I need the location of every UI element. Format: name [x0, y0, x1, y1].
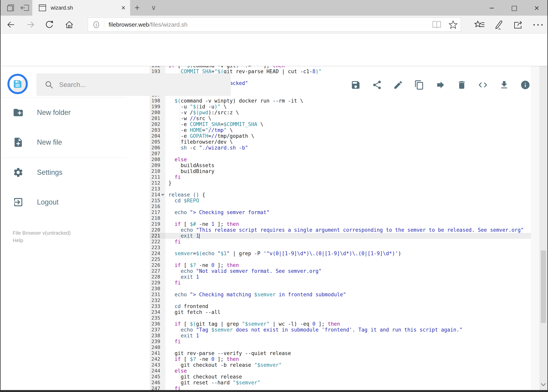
web-note-pen-icon[interactable] — [494, 20, 504, 30]
code-line[interactable]: else — [165, 368, 539, 374]
code-line[interactable]: git reset --hard "$semver" — [165, 380, 539, 385]
indent-guide — [180, 380, 180, 385]
save-button[interactable] — [351, 80, 361, 90]
code-line[interactable]: echo "> Checking semver format" — [165, 210, 539, 215]
site-info-icon[interactable] — [92, 20, 101, 29]
scrollbar-thumb[interactable] — [541, 251, 546, 323]
line-number: 224 — [150, 251, 165, 256]
favorites-hub-icon[interactable] — [474, 20, 485, 29]
code-line[interactable] — [165, 297, 539, 303]
back-button[interactable] — [6, 20, 16, 29]
code-line[interactable]: if [ $? -ne 0 ]; then — [165, 262, 539, 268]
code-line[interactable]: -u "$(id -u)" \ — [165, 104, 539, 110]
filebrowser-logo[interactable] — [7, 74, 28, 94]
page-scrollbar[interactable] — [539, 34, 548, 390]
favorite-star-icon[interactable] — [448, 20, 458, 29]
tab-list-chevron-icon[interactable]: ∨ — [151, 4, 156, 12]
code-line[interactable]: release () { — [165, 192, 539, 198]
code-line[interactable]: if [ $# -ne 1 ]; then — [165, 221, 539, 227]
reading-view-icon[interactable] — [432, 20, 442, 29]
code-line[interactable]: fi — [165, 280, 539, 286]
code-line[interactable]: buildBinary — [165, 168, 539, 174]
sidebar-item-new-file[interactable]: New file — [0, 132, 127, 153]
set-tabs-aside-icon[interactable] — [6, 3, 16, 13]
code-line[interactable]: semver=$(echo "$1" | grep -P '^v(0|[1-9]… — [165, 251, 539, 256]
sidebar-label: New file — [37, 138, 62, 146]
code-area[interactable]: if [ "$(command -v git)" != "" ]; then C… — [165, 66, 539, 390]
code-line[interactable]: if [ $(git tag | grep "$semver" | wc -l)… — [165, 321, 539, 327]
code-line[interactable]: exit 1 — [165, 233, 539, 239]
search-input[interactable] — [59, 81, 216, 89]
maximize-button[interactable]: □ — [503, 0, 526, 16]
download-button[interactable] — [499, 80, 509, 90]
sidebar-item-settings[interactable]: Settings — [0, 162, 127, 183]
home-button[interactable] — [65, 20, 74, 29]
browser-tab[interactable]: wizard.sh × — [32, 0, 130, 16]
code-line[interactable]: else — [165, 157, 539, 162]
code-line[interactable] — [165, 286, 539, 292]
share-icon[interactable] — [513, 20, 523, 30]
code-line[interactable]: fi — [165, 174, 539, 180]
code-line[interactable]: exit 1 — [165, 333, 539, 339]
url-text[interactable]: filebrowser.web/files/wizard.sh — [109, 21, 188, 28]
indent-guide — [180, 104, 180, 110]
search-bar[interactable] — [36, 73, 231, 96]
code-line[interactable] — [165, 315, 539, 321]
code-line[interactable]: buildAssets — [165, 162, 539, 168]
code-line[interactable]: fi — [165, 339, 539, 344]
code-line[interactable]: echo "> Checking matching $semver in fro… — [165, 292, 539, 297]
delete-button[interactable] — [457, 80, 467, 90]
scroll-down-icon[interactable] — [541, 383, 546, 386]
code-line[interactable]: git checkout release — [165, 374, 539, 380]
fold-arrow-icon[interactable] — [161, 194, 165, 196]
code-line[interactable] — [165, 256, 539, 262]
code-line[interactable] — [165, 203, 539, 210]
code-line[interactable]: } — [165, 180, 539, 186]
help-link[interactable]: Help — [13, 237, 23, 244]
code-line[interactable] — [165, 344, 539, 350]
new-tab-button[interactable]: + — [135, 3, 140, 13]
code-line[interactable]: filebrowser/dev \ — [165, 139, 539, 145]
more-options-icon[interactable] — [533, 23, 543, 26]
code-line[interactable]: echo "This release script requires a sin… — [165, 227, 539, 233]
code-line[interactable]: echo "Tag $semver does not exist in subm… — [165, 327, 539, 333]
copy-button[interactable] — [414, 80, 424, 90]
share-file-button[interactable] — [372, 80, 382, 90]
code-line[interactable] — [165, 245, 539, 251]
code-line[interactable]: -v /$(pwd):/src:z \ — [165, 110, 539, 115]
code-line[interactable] — [165, 186, 539, 192]
sidebar-item-logout[interactable]: Logout — [0, 191, 127, 213]
edit-button[interactable] — [393, 80, 403, 90]
code-line[interactable]: -e HOME="//tmp" \ — [165, 127, 539, 133]
refresh-button[interactable] — [45, 20, 54, 29]
code-line[interactable]: -w //src \ — [165, 115, 539, 121]
close-window-button[interactable]: × — [526, 0, 548, 16]
code-line[interactable]: -e COMMIT_SHA=$COMMIT_SHA \ — [165, 121, 539, 127]
forward-button[interactable] — [26, 20, 35, 29]
code-line[interactable]: exit 1 — [165, 274, 539, 280]
code-line[interactable] — [165, 151, 539, 157]
minimize-button[interactable]: − — [480, 0, 503, 16]
code-line[interactable]: git rev-parse --verify --quiet release — [165, 350, 539, 356]
code-line[interactable]: cd frontend — [165, 303, 539, 309]
code-line[interactable]: $(command -v winpty) docker run --rm -it… — [165, 98, 539, 104]
code-view-button[interactable] — [478, 80, 488, 90]
line-number: 239 — [150, 339, 165, 344]
code-line[interactable] — [165, 215, 539, 221]
code-line[interactable]: if [ $? -ne 0 ]; then — [165, 356, 539, 362]
address-bar[interactable]: filebrowser.web/files/wizard.sh — [88, 17, 461, 32]
code-line[interactable]: git checkout -b release "$semver" — [165, 362, 539, 368]
code-line[interactable]: echo "Not valid semver format. See semve… — [165, 268, 539, 274]
info-button[interactable] — [520, 80, 530, 90]
code-line[interactable]: fi — [165, 385, 539, 390]
sidebar-item-new-folder[interactable]: New folder — [0, 102, 127, 123]
code-line[interactable]: fi — [165, 239, 539, 245]
move-button[interactable] — [436, 80, 446, 90]
tab-close-icon[interactable]: × — [121, 4, 125, 11]
code-line[interactable]: git fetch --all — [165, 309, 539, 315]
code-line[interactable]: if [ "$(command -v git)" != "" ]; then — [165, 66, 539, 69]
tabs-preview-icon[interactable] — [20, 3, 30, 13]
code-line[interactable]: -e GOPATH=//tmp/gopath \ — [165, 133, 539, 139]
code-line[interactable]: cd $REPO — [165, 198, 539, 203]
code-line[interactable]: sh -c "./wizard.sh -b" — [165, 145, 539, 151]
